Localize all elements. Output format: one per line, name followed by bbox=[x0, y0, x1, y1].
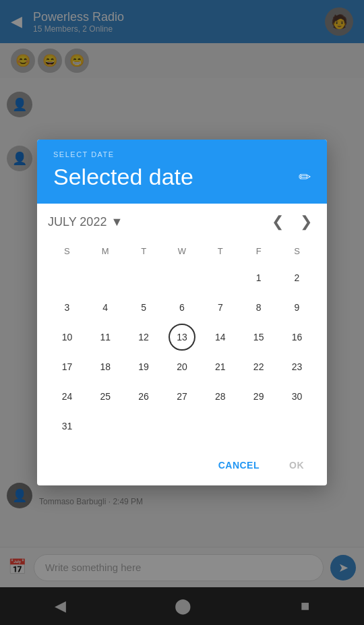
cal-day-16[interactable]: 16 bbox=[283, 324, 310, 351]
cal-day-empty-5 bbox=[207, 264, 234, 291]
cal-day-26[interactable]: 26 bbox=[130, 383, 157, 410]
cal-day-17[interactable]: 17 bbox=[53, 353, 80, 380]
cal-row-5: 24 25 26 27 28 29 30 bbox=[48, 383, 316, 410]
cal-day-6[interactable]: 6 bbox=[169, 294, 195, 321]
cal-day-empty-6 bbox=[92, 413, 119, 440]
date-picker-dialog: SELECT DATE Selected date ✏ JULY 2022 ▼ … bbox=[37, 140, 327, 485]
weekday-f: F bbox=[245, 240, 272, 262]
weekday-t1: T bbox=[130, 240, 157, 262]
cal-day-24[interactable]: 24 bbox=[53, 383, 80, 410]
weekday-w: W bbox=[169, 240, 195, 262]
cal-day-12[interactable]: 12 bbox=[130, 324, 157, 351]
weekday-m: M bbox=[92, 240, 119, 262]
cancel-button[interactable]: CANCEL bbox=[206, 453, 272, 477]
month-dropdown-icon[interactable]: ▼ bbox=[111, 215, 123, 229]
cal-day-7[interactable]: 7 bbox=[207, 294, 234, 321]
cal-day-15[interactable]: 15 bbox=[245, 324, 272, 351]
cal-day-20[interactable]: 20 bbox=[169, 353, 195, 380]
cal-day-27[interactable]: 27 bbox=[169, 383, 195, 410]
month-nav: JULY 2022 ▼ ❮ ❯ bbox=[48, 212, 316, 232]
cal-day-empty-10 bbox=[245, 413, 272, 440]
cal-day-22[interactable]: 22 bbox=[245, 353, 272, 380]
cal-row-3: 10 11 12 13 14 15 16 bbox=[48, 324, 316, 351]
dialog-header: SELECT DATE Selected date ✏ bbox=[37, 140, 327, 204]
cal-day-10[interactable]: 10 bbox=[53, 324, 80, 351]
month-year-text: JULY 2022 bbox=[48, 215, 107, 229]
cal-day-empty-4 bbox=[169, 264, 195, 291]
weekday-t2: T bbox=[207, 240, 234, 262]
cal-day-13[interactable]: 13 bbox=[169, 324, 195, 351]
cal-day-30[interactable]: 30 bbox=[283, 383, 310, 410]
cal-row-2: 3 4 5 6 7 8 9 bbox=[48, 294, 316, 321]
cal-day-28[interactable]: 28 bbox=[207, 383, 234, 410]
cal-day-9[interactable]: 9 bbox=[283, 294, 310, 321]
month-nav-arrows: ❮ ❯ bbox=[268, 212, 316, 232]
cal-row-6: 31 bbox=[48, 413, 316, 440]
cal-day-empty-3 bbox=[130, 264, 157, 291]
header-date-row: Selected date ✏ bbox=[53, 164, 311, 190]
weekday-s2: S bbox=[283, 240, 310, 262]
selected-date-display: Selected date bbox=[53, 164, 193, 190]
cal-day-empty-11 bbox=[283, 413, 310, 440]
next-month-button[interactable]: ❯ bbox=[296, 212, 316, 232]
ok-button[interactable]: OK bbox=[277, 453, 316, 477]
prev-month-button[interactable]: ❮ bbox=[268, 212, 288, 232]
cal-day-empty-7 bbox=[130, 413, 157, 440]
cal-day-19[interactable]: 19 bbox=[130, 353, 157, 380]
cal-day-8[interactable]: 8 bbox=[245, 294, 272, 321]
calendar-area: JULY 2022 ▼ ❮ ❯ S M T W T F S bbox=[37, 204, 327, 448]
week-header-row: S M T W T F S bbox=[48, 240, 316, 262]
cal-day-empty-2 bbox=[92, 264, 119, 291]
cal-day-3[interactable]: 3 bbox=[53, 294, 80, 321]
cal-day-31[interactable]: 31 bbox=[53, 413, 80, 440]
select-date-label: SELECT DATE bbox=[53, 150, 311, 158]
cal-day-empty-9 bbox=[207, 413, 234, 440]
cal-day-21[interactable]: 21 bbox=[207, 353, 234, 380]
cal-day-14[interactable]: 14 bbox=[207, 324, 234, 351]
cal-day-2[interactable]: 2 bbox=[283, 264, 310, 291]
cal-day-18[interactable]: 18 bbox=[92, 353, 119, 380]
edit-date-icon[interactable]: ✏ bbox=[299, 169, 311, 186]
month-label: JULY 2022 ▼ bbox=[48, 215, 268, 229]
dialog-footer: CANCEL OK bbox=[37, 448, 327, 485]
cal-day-23[interactable]: 23 bbox=[283, 353, 310, 380]
cal-day-4[interactable]: 4 bbox=[92, 294, 119, 321]
cal-day-29[interactable]: 29 bbox=[245, 383, 272, 410]
cal-day-25[interactable]: 25 bbox=[92, 383, 119, 410]
cal-day-1[interactable]: 1 bbox=[245, 264, 272, 291]
cal-day-11[interactable]: 11 bbox=[92, 324, 119, 351]
weekday-s1: S bbox=[53, 240, 80, 262]
dialog-overlay: SELECT DATE Selected date ✏ JULY 2022 ▼ … bbox=[0, 0, 364, 625]
cal-row-4: 17 18 19 20 21 22 23 bbox=[48, 353, 316, 380]
cal-day-empty-8 bbox=[169, 413, 195, 440]
cal-row-1: 1 2 bbox=[48, 264, 316, 291]
calendar-grid: S M T W T F S 1 2 bbox=[48, 240, 316, 440]
cal-day-empty-1 bbox=[53, 264, 80, 291]
cal-day-5[interactable]: 5 bbox=[130, 294, 157, 321]
